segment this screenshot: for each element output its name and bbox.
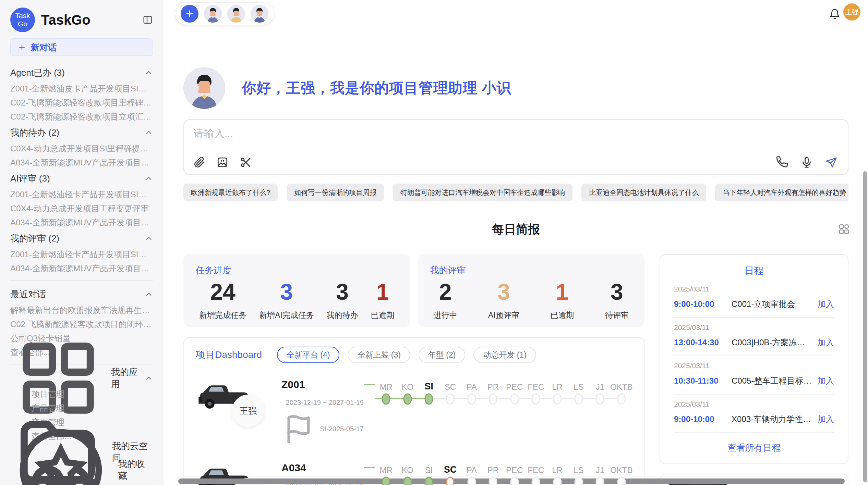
view-all-schedule-link[interactable]: 查看所有日程 bbox=[674, 433, 834, 456]
sidebar-list-item[interactable]: Z001-全新燃油轻卡产品开发项目SI节点属性5D文件评审 bbox=[10, 247, 153, 261]
microphone-button[interactable] bbox=[800, 156, 813, 169]
sidebar-list-item[interactable]: C02-飞腾新能源轻客改款项目的闭环通告反馈情况 bbox=[10, 317, 153, 331]
sidebar-list-item[interactable]: C02-飞腾新能源轻客改款项目立项汇报方案 bbox=[10, 110, 153, 124]
briefing-title: 每日简报 bbox=[183, 221, 848, 237]
phone-icon bbox=[776, 156, 788, 169]
app-logo: Task Go bbox=[10, 8, 35, 32]
chevron-up-icon bbox=[144, 290, 153, 299]
sidebar-list-item[interactable]: C02-飞腾新能源轻客改款项目里程碑画布 bbox=[10, 96, 153, 110]
apps-grid-icon bbox=[837, 223, 851, 236]
project-row[interactable]: 王强Z0012023-12-19 ~ 2027-01-19SI-2025-05-… bbox=[196, 377, 632, 446]
milestone-label: KO bbox=[397, 378, 418, 392]
stat-label: 已逾期 bbox=[371, 310, 395, 321]
stat-value: 3 bbox=[280, 281, 293, 303]
send-button[interactable] bbox=[825, 156, 837, 169]
sidebar-list-item[interactable]: A034-全新新能源MUV产品开发项目计划变更表编写 bbox=[10, 156, 153, 170]
sidebar-list-item[interactable]: Z001-全新燃油皮卡产品开发项目SI节点Lesson Learn报告 bbox=[10, 82, 153, 96]
suggestion-chip-4[interactable]: 比亚迪全固态电池计划具体说了什么 bbox=[581, 184, 706, 201]
dashboard-tab[interactable]: 全新上装 (3) bbox=[348, 347, 410, 363]
milestone-node bbox=[575, 477, 583, 485]
stat-label: 新增AI完成任务 bbox=[259, 310, 314, 321]
milestone-j1: J1 bbox=[589, 378, 611, 446]
stat-label: 进行中 bbox=[434, 310, 457, 321]
section-collapse-button[interactable] bbox=[144, 290, 153, 299]
briefing-layout-button[interactable] bbox=[837, 223, 851, 236]
milestone-node bbox=[382, 394, 390, 405]
chat-input[interactable] bbox=[193, 127, 839, 140]
sidebar-section-title: Agent已办 (3) bbox=[10, 67, 144, 79]
new-chat-button[interactable]: 新对话 bbox=[10, 38, 153, 56]
milestone-label: PR bbox=[482, 461, 504, 475]
stat-card: 我的评审2进行中3AI预评审1已逾期3待评审 bbox=[418, 254, 645, 327]
milestone-node bbox=[403, 394, 412, 405]
section-collapse-button[interactable] bbox=[144, 174, 153, 183]
stat: 3我的待办 bbox=[327, 281, 358, 321]
stat-row: 24新增完成任务3新增AI完成任务3我的待办1已逾期 bbox=[196, 281, 398, 321]
milestone-label: SC bbox=[439, 378, 461, 392]
stat-cards: 任务进度24新增完成任务3新增AI完成任务3我的待办1已逾期我的评审2进行中3A… bbox=[183, 254, 644, 327]
milestone-node bbox=[510, 477, 519, 485]
join-meeting-link[interactable]: 加入 bbox=[818, 337, 834, 348]
sidebar-list-item[interactable]: C0X4-动力总成开发项目工程变更评审 bbox=[10, 201, 153, 215]
milestone-node-row bbox=[504, 392, 525, 407]
composer bbox=[183, 119, 848, 175]
section-collapse-button[interactable] bbox=[144, 234, 153, 243]
milestone-label: SC bbox=[439, 461, 461, 475]
join-meeting-link[interactable]: 加入 bbox=[818, 299, 834, 310]
milestone-label: SI bbox=[418, 461, 439, 475]
section-collapse-button[interactable] bbox=[144, 68, 153, 77]
composer-right-tools bbox=[776, 156, 837, 169]
schedule-item: 2025/03/1113:00-14:30C003|H0B-方案冻结评审加入 bbox=[674, 318, 834, 356]
sidebar-collapse-button[interactable] bbox=[142, 14, 153, 25]
milestone-node bbox=[467, 477, 476, 485]
voice-call-button[interactable] bbox=[776, 156, 788, 169]
milestone-sc: SC bbox=[439, 378, 461, 446]
timeline-lead-segment bbox=[364, 384, 375, 385]
milestone-node bbox=[446, 394, 455, 405]
chevron-up-icon bbox=[144, 174, 153, 183]
panel-toggle-icon bbox=[142, 14, 153, 25]
suggestion-chip-5[interactable]: 当下年轻人对汽车外观有怎样的喜好趋势 bbox=[715, 184, 848, 201]
milestone-node-row bbox=[397, 392, 418, 407]
dashboard-tab[interactable]: 全新平台 (4) bbox=[277, 347, 340, 363]
join-meeting-link[interactable]: 加入 bbox=[818, 414, 834, 425]
suggestion-chips: 欧洲新规最近颁布了什么?如何写一份清晰的项目周报特朗普可能对进口汽车增税会对中国… bbox=[183, 184, 848, 201]
suggestion-chip-3[interactable]: 特朗普可能对进口汽车增税会对中国车企造成哪些影响 bbox=[393, 184, 572, 201]
dashboard-tab[interactable]: 动总开发 (1) bbox=[473, 347, 536, 363]
milestone-node-row bbox=[525, 392, 546, 407]
insert-image-button[interactable] bbox=[216, 156, 229, 169]
sidebar-groups: Agent已办 (3)Z001-全新燃油皮卡产品开发项目SI节点Lesson L… bbox=[10, 64, 153, 485]
suggestion-chip-1[interactable]: 欧洲新规最近颁布了什么? bbox=[183, 184, 278, 201]
sidebar-list-item[interactable]: 解释最新出台的欧盟报废车法规再生塑料比例被调至15%... bbox=[10, 303, 153, 317]
milestone-label: J1 bbox=[589, 461, 611, 475]
milestone-node bbox=[489, 477, 497, 485]
snippet-button[interactable] bbox=[240, 156, 252, 169]
content-column: 你好，王强，我是你的项目管理助理 小识 欧洲新规最近颁布了什么?如何写一份清晰的… bbox=[183, 0, 848, 485]
vertical-scrollbar[interactable] bbox=[863, 171, 867, 482]
milestone-label: PEC bbox=[504, 461, 525, 475]
section-collapse-button[interactable] bbox=[144, 374, 153, 383]
schedule-date: 2025/03/11 bbox=[674, 285, 834, 293]
schedule-item: 2025/03/119:00-10:00C001-立项审批会加入 bbox=[674, 279, 834, 318]
sidebar-item-label: 我的收藏 bbox=[118, 458, 153, 482]
stat-value: 1 bbox=[376, 281, 389, 303]
stat-value: 3 bbox=[336, 281, 349, 303]
app-logo-line2: Go bbox=[18, 20, 27, 28]
schedule-date: 2025/03/11 bbox=[674, 323, 834, 332]
attach-file-button[interactable] bbox=[193, 156, 205, 169]
schedule-item: 2025/03/119:00-10:00X003-车辆动力学性能验...加入 bbox=[674, 395, 834, 433]
project-dates-text: 2023-12-19 ~ 2027-01-19 bbox=[286, 399, 364, 407]
section-collapse-button[interactable] bbox=[144, 128, 153, 137]
sidebar-list-item[interactable]: Z001-全新燃油轻卡产品开发项目SI造型提交物评审 bbox=[10, 187, 153, 201]
project-owner-badge: 王强 bbox=[232, 395, 264, 427]
schedule-time: 13:00-14:30 bbox=[674, 338, 732, 347]
suggestion-chip-2[interactable]: 如何写一份清晰的项目周报 bbox=[287, 184, 384, 201]
sidebar-list-item[interactable]: A034-全新新能源MUV产品开发项目造型可行性评审 bbox=[10, 261, 153, 275]
sidebar-list-item[interactable]: A034-全新新能源MUV产品开发项目法规符合性评审 bbox=[10, 215, 153, 229]
join-meeting-link[interactable]: 加入 bbox=[818, 375, 834, 386]
section-title-text: Agent已办 (3) bbox=[10, 67, 65, 79]
sidebar-list-item[interactable]: C0X4-动力总成开发项目SI里程碑提交物检查 bbox=[10, 141, 153, 156]
dashboard-tab[interactable]: 年型 (2) bbox=[419, 347, 466, 363]
milestone-label: SI bbox=[418, 378, 439, 392]
milestone-pec: PEC bbox=[504, 378, 525, 446]
